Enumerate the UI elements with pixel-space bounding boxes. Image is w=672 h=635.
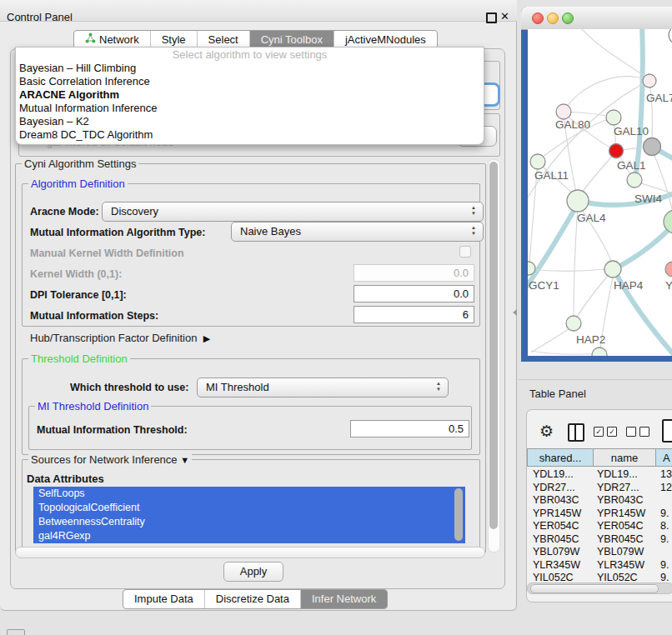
dropdown-item-bayesian-hill-climbing[interactable]: Bayesian – Hill Climbing (16, 62, 484, 75)
node-label-gal1: GAL1 (617, 159, 646, 172)
node-swi4 (627, 172, 642, 188)
node-label-gal10: GAL10 (614, 125, 649, 138)
tab-infer-network[interactable]: Infer Network (300, 590, 387, 608)
column-header-partial[interactable]: A (655, 448, 672, 467)
node-label-y-partial: Y (665, 279, 672, 292)
column-header-shared-name[interactable]: shared... (527, 448, 594, 467)
expander-arrow-icon: ▶ (203, 333, 210, 343)
combo-arrows-icon: ▲▼ (435, 381, 442, 392)
aracne-mode-combobox[interactable]: Discovery ▲▼ (102, 202, 484, 222)
sources-title[interactable]: Sources for Network Inference ▼ (28, 453, 192, 466)
mi-algorithm-type-combobox[interactable]: Naive Bayes ▲▼ (231, 222, 484, 242)
list-item-betweennesscentrality[interactable]: BetweennessCentrality (33, 515, 465, 529)
algorithm-definition-title: Algorithm Definition (28, 178, 128, 190)
node-hap4 (604, 261, 621, 278)
close-icon[interactable]: ✕ (500, 10, 509, 22)
network-canvas[interactable]: GAL7 GAL80 GAL10 GAL1 GAL11 SWI4 GAL4 GC… (528, 29, 672, 356)
dpi-tolerance-field[interactable]: 0.0 (354, 285, 474, 302)
data-attributes-label: Data Attributes (27, 472, 104, 485)
control-panel-titlebar[interactable] (0, 0, 517, 22)
unchecked-checkbox-icon[interactable] (639, 427, 649, 437)
table-row[interactable]: YLR345WYLR345W9. (528, 559, 672, 572)
mi-threshold-definition-title: MI Threshold Definition (35, 400, 151, 412)
minimize-traffic-light[interactable] (547, 12, 559, 24)
table-row[interactable]: YBR043CYBR043C (528, 494, 672, 508)
float-window-icon[interactable] (486, 12, 497, 23)
list-item-gal4rgexp[interactable]: gal4RGexp (33, 529, 465, 543)
node-label-gal11: GAL11 (534, 169, 569, 182)
mi-threshold-field[interactable]: 0.5 (350, 420, 469, 438)
settings-vertical-scrollbar-thumb[interactable] (489, 162, 498, 529)
node-partial-top (669, 29, 672, 44)
tab-impute-data[interactable]: Impute Data (123, 590, 204, 608)
threshold-definition-title: Threshold Definition (28, 352, 130, 365)
columns-icon[interactable] (568, 423, 584, 442)
node-red-selected (609, 144, 624, 158)
network-graph: GAL7 GAL80 GAL10 GAL1 GAL11 SWI4 GAL4 GC… (528, 29, 672, 356)
data-attributes-list: SelfLoops TopologicalCoefficient Between… (33, 487, 465, 543)
node-label-swi4: SWI4 (634, 192, 662, 205)
settings-horizontal-scrollbar[interactable] (15, 547, 485, 558)
node-hap2 (566, 316, 581, 331)
dropdown-item-aracne[interactable]: ARACNE Algorithm (16, 88, 484, 102)
node-gal11 (530, 154, 545, 169)
manual-kernel-width-label: Manual Kernel Width Definition (30, 248, 184, 259)
list-item-selfloops[interactable]: SelfLoops (33, 487, 465, 501)
table-row[interactable]: YER054CYER054C8. (528, 520, 672, 533)
dropdown-item-dream8[interactable]: Dream8 DC_TDC Algorithm (16, 128, 484, 142)
zoom-traffic-light[interactable] (562, 12, 574, 24)
cyni-bottom-tabbar: Impute Data Discretize Data Infer Networ… (123, 589, 388, 609)
node-gal80 (556, 104, 571, 119)
mi-algorithm-type-label: Mutual Information Algorithm Type: (30, 227, 205, 238)
node-salmon (665, 262, 672, 277)
unchecked-checkbox-icon[interactable] (626, 427, 636, 437)
network-view-window[interactable]: GAL7 GAL80 GAL10 GAL1 GAL11 SWI4 GAL4 GC… (521, 7, 672, 362)
node-gray (644, 138, 661, 156)
table-row[interactable]: YBR045CYBR045C9. (528, 533, 672, 547)
node-gal10 (606, 110, 621, 125)
mi-steps-label: Mutual Information Steps: (30, 310, 158, 322)
table-row[interactable]: YBL079WYBL079W (528, 546, 672, 559)
table-panel-title: Table Panel (529, 388, 586, 400)
apply-button[interactable]: Apply (223, 562, 283, 582)
table-row[interactable]: YPR145WYPR145W9. (528, 508, 672, 521)
table-horizontal-scrollbar-thumb[interactable] (530, 584, 659, 593)
list-item-topologicalcoefficient[interactable]: TopologicalCoefficient (33, 501, 465, 515)
document-icon-partial[interactable] (662, 419, 672, 442)
manual-kernel-width-checkbox[interactable] (459, 246, 471, 258)
which-threshold-combobox[interactable]: MI Threshold ▲▼ (197, 378, 449, 398)
panel-divider-grip[interactable] (513, 309, 517, 316)
dropdown-item-basic-correlation[interactable]: Basic Correlation Inference (16, 75, 484, 88)
column-header-name[interactable]: name (593, 448, 656, 467)
dropdown-item-bayesian-k2[interactable]: Bayesian – K2 (16, 115, 484, 128)
checked-checkbox-icon[interactable]: ✓ (607, 427, 617, 437)
node-table: YDL19...YDL19...13 YDR27...YDR27...12 YB… (528, 468, 672, 585)
hub-tf-definition-expander[interactable]: Hub/Transcription Factor Definition ▶ (30, 332, 210, 344)
dropdown-placeholder: Select algorithm to view settings (16, 48, 484, 62)
aracne-mode-label: Aracne Mode: (30, 206, 99, 218)
node-label-gal80: GAL80 (555, 118, 590, 131)
node-label-gal4: GAL4 (577, 212, 606, 224)
network-window-titlebar[interactable] (521, 7, 672, 30)
combo-arrows-icon: ▲▼ (470, 205, 477, 217)
node-gal7 (643, 74, 656, 88)
dropdown-item-mutual-information[interactable]: Mutual Information Inference (16, 102, 484, 115)
table-row[interactable]: YDR27...YDR27...12 (528, 482, 672, 495)
checked-checkbox-icon[interactable]: ✓ (594, 427, 604, 437)
node-gal4 (567, 190, 589, 212)
attributes-scrollbar-thumb[interactable] (454, 488, 463, 541)
gear-icon[interactable]: ⚙ (539, 422, 554, 441)
node-label-hap4: HAP4 (614, 279, 644, 292)
mi-steps-field[interactable]: 6 (354, 306, 474, 323)
bottom-left-partial-icon[interactable] (7, 629, 25, 635)
algorithm-dropdown-popup: Select algorithm to view settings Bayesi… (15, 47, 484, 145)
control-panel-title: Control Panel (7, 11, 73, 23)
node-partial-bottom (592, 348, 607, 356)
tab-discretize-data[interactable]: Discretize Data (204, 590, 300, 608)
kernel-width-label: Kernel Width (0,1): (30, 268, 122, 280)
node-label-gcy1: GCY1 (529, 279, 559, 292)
table-row[interactable]: YDL19...YDL19...13 (528, 468, 672, 482)
kernel-width-field[interactable]: 0.0 (354, 264, 474, 282)
dpi-tolerance-label: DPI Tolerance [0,1]: (30, 289, 127, 301)
close-traffic-light[interactable] (532, 12, 544, 24)
